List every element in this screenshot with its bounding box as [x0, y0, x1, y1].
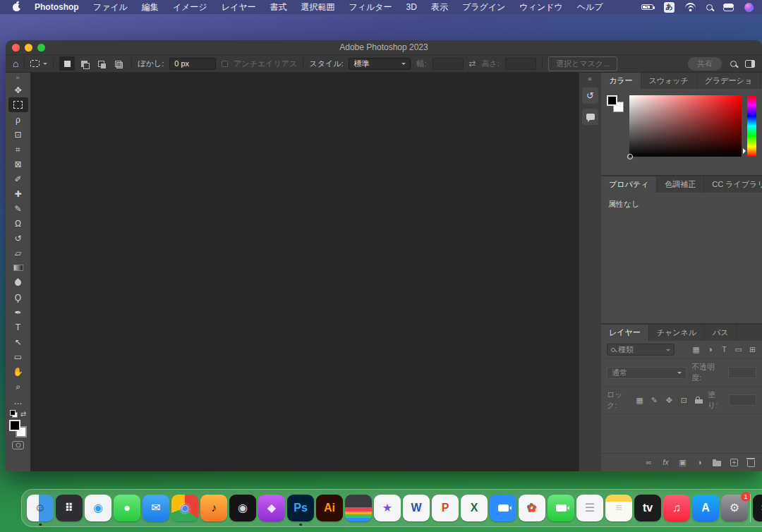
delete-layer-icon[interactable] [747, 460, 755, 467]
layers-list[interactable] [601, 414, 762, 453]
lock-all-icon[interactable] [695, 399, 703, 404]
final-cut-pro-app[interactable] [345, 495, 372, 521]
apple-menu-icon[interactable] [13, 4, 20, 11]
lock-paint-icon[interactable]: ✎ [651, 397, 658, 404]
style-select[interactable]: 標準 [349, 58, 411, 70]
foreground-background-swatches[interactable] [9, 420, 27, 437]
object-selection-tool[interactable]: ⊡ [8, 127, 28, 142]
close-button[interactable] [12, 44, 20, 52]
hand-tool[interactable]: ✋ [8, 364, 28, 379]
filter-adjustment-layers-icon[interactable]: ◑ [706, 346, 714, 353]
gradient-tool[interactable] [8, 260, 28, 275]
height-input[interactable] [505, 58, 536, 70]
siri-icon[interactable] [744, 3, 754, 12]
layer-style-icon[interactable]: fx [662, 459, 670, 466]
music-silhouette-app[interactable]: ♪ [200, 495, 227, 521]
powerpoint-app[interactable]: P [432, 495, 459, 521]
blend-mode-select[interactable]: 通常 [607, 367, 687, 379]
color-swatches[interactable] [607, 95, 624, 112]
swap-dimensions-icon[interactable]: ⇄ [469, 59, 476, 68]
blur-tool[interactable] [8, 275, 28, 290]
menu-item[interactable]: ヘルプ [570, 0, 610, 15]
rectangular-marquee-tool[interactable] [8, 97, 28, 112]
spot-healing-brush-tool[interactable]: ✚ [8, 186, 28, 201]
panel-tab[interactable]: スウォッチ [641, 73, 697, 89]
menu-item[interactable]: 編集 [135, 0, 166, 15]
battery-icon[interactable]: ϟ [641, 4, 653, 10]
wifi-icon[interactable] [685, 3, 696, 11]
filter-shape-layers-icon[interactable]: ▭ [734, 346, 742, 353]
excel-app[interactable]: X [461, 495, 488, 521]
lock-transparency-icon[interactable]: ▦ [636, 397, 643, 404]
filter-type-layers-icon[interactable]: T [720, 346, 728, 353]
panel-tab[interactable]: CC ライブラリ [704, 176, 762, 193]
lasso-tool[interactable]: ρ [8, 112, 28, 127]
workspace-switcher-icon[interactable] [745, 60, 755, 68]
lock-position-icon[interactable]: ✥ [665, 397, 673, 404]
finder-app[interactable]: ☺ [27, 495, 54, 521]
launchpad-app[interactable]: ⠿ [56, 495, 83, 521]
intersect-selection-mode[interactable] [110, 56, 126, 71]
window-titlebar[interactable]: Adobe Photoshop 2023 [6, 40, 762, 54]
default-colors-icon[interactable] [10, 410, 18, 418]
dj-disc-app[interactable]: ◉ [229, 495, 256, 521]
edit-toolbar[interactable]: … [8, 394, 28, 409]
terminal-app[interactable]: >_ [753, 495, 762, 521]
panel-tab[interactable]: 色調補正 [657, 176, 704, 193]
menu-item[interactable]: 表示 [424, 0, 455, 15]
menu-item[interactable]: イメージ [166, 0, 214, 15]
eraser-tool[interactable]: ▱ [8, 246, 28, 260]
imovie-app[interactable]: ★ [374, 495, 401, 521]
opacity-input[interactable] [728, 367, 756, 378]
quick-mask-button[interactable] [12, 441, 24, 449]
filter-smart-objects-icon[interactable]: ⊞ [749, 346, 756, 353]
comments-panel-icon[interactable] [582, 109, 598, 125]
saturation-brightness-picker[interactable] [629, 95, 742, 157]
history-brush-tool[interactable]: ↺ [8, 231, 28, 246]
panel-tab[interactable]: パス [705, 325, 737, 341]
menu-item[interactable]: フィルター [341, 0, 399, 15]
clone-stamp-tool[interactable]: Ω [8, 216, 28, 231]
path-selection-tool[interactable]: ↖ [8, 334, 28, 349]
panel-tab[interactable]: プロパティ [601, 176, 657, 193]
foreground-color-swatch[interactable] [607, 95, 617, 106]
zoom-app[interactable] [490, 495, 516, 521]
panel-tab[interactable]: レイヤー [601, 325, 649, 341]
menu-item[interactable]: ウィンドウ [512, 0, 569, 15]
share-button[interactable]: 共有 [688, 57, 722, 71]
menu-item[interactable]: プラグイン [455, 0, 512, 15]
frame-tool[interactable]: ⊠ [8, 157, 28, 171]
menu-item[interactable]: Photoshop [28, 1, 86, 13]
panel-tab[interactable]: グラデーショ [697, 73, 761, 89]
add-selection-mode[interactable] [76, 56, 92, 71]
mail-app[interactable]: ✉ [143, 495, 169, 521]
facetime-app[interactable] [548, 495, 574, 521]
collapse-panels-icon[interactable]: « [588, 75, 593, 83]
eyedropper-tool[interactable]: ✐ [8, 171, 28, 186]
crop-tool[interactable]: ⌗ [8, 142, 28, 157]
safari-app[interactable]: ◉ [85, 495, 111, 521]
word-app[interactable]: W [403, 495, 430, 521]
link-layers-icon[interactable]: ∞ [645, 459, 653, 466]
menu-item[interactable]: ファイル [86, 0, 135, 15]
hue-slider[interactable] [747, 95, 756, 157]
add-layer-mask-icon[interactable]: ▣ [679, 459, 687, 466]
new-selection-mode[interactable] [59, 56, 75, 71]
menu-item[interactable]: レイヤー [214, 0, 263, 15]
add-adjustment-layer-icon[interactable]: ◑ [696, 459, 703, 466]
width-input[interactable] [433, 58, 464, 70]
swap-colors-icon[interactable]: ⇄ [20, 410, 26, 418]
apple-tv-app[interactable]: tv [634, 495, 661, 521]
input-source-icon[interactable]: あ [664, 2, 675, 13]
antialias-checkbox[interactable] [222, 61, 228, 67]
new-group-icon[interactable] [713, 461, 721, 466]
foreground-color-swatch[interactable] [9, 420, 20, 431]
subtract-selection-mode[interactable] [93, 56, 109, 71]
app-store-app[interactable]: A [692, 495, 719, 521]
system-settings-app[interactable]: ⚙ 1 [721, 495, 748, 521]
type-tool[interactable]: T [8, 320, 28, 334]
history-panel-icon[interactable]: ↺ [582, 87, 598, 104]
control-center-icon[interactable] [723, 4, 734, 11]
messages-app[interactable]: ● [114, 495, 140, 521]
fill-input[interactable] [729, 394, 756, 406]
